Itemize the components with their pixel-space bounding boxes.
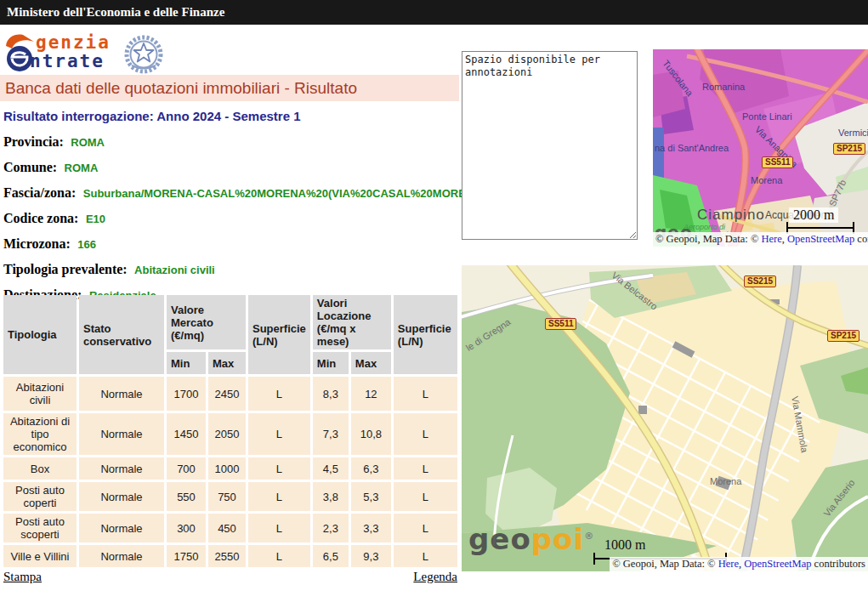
overview-scale-label: 2000 m [789, 207, 838, 223]
openstreetmap-link[interactable]: OpenStreetMap [744, 558, 811, 570]
detail-attribution: © Geopoi, Map Data: © Here, OpenStreetMa… [610, 557, 868, 571]
attribution-text: © Geopoi, Map Data: © [655, 233, 762, 245]
cell-superficie-1: L [248, 377, 310, 411]
cell-vm-min: 550 [167, 482, 206, 511]
cell-vl-max: 10,8 [351, 413, 391, 455]
col-header-valori-locazione: Valori Locazione (€/mq x mese) [313, 295, 391, 349]
table-row: Abitazioni di tipo economico Normale 145… [3, 413, 457, 455]
col-header-superficie-2: Superficie (L/N) [394, 295, 457, 374]
field-label: Fascia/zona: [3, 185, 76, 200]
map-label-morena-overview: Morena [751, 175, 782, 185]
cell-superficie-1: L [248, 482, 310, 511]
field-microzona: Microzona: 166 [3, 236, 458, 252]
cell-stato: Normale [79, 413, 164, 455]
cell-vl-max: 6,3 [351, 457, 391, 480]
cell-stato: Normale [79, 514, 164, 542]
field-label: Comune: [3, 160, 57, 174]
cell-vm-max: 2550 [208, 545, 246, 567]
road-badge-ss511-detail: SS511 [545, 318, 576, 330]
cell-stato: Normale [79, 377, 164, 411]
overview-zone-map[interactable]: Tuscolana Romanina Ponte Linari Via Anag… [653, 49, 868, 247]
field-codice-zona: Codice zona: E10 [3, 211, 458, 226]
agenzia-entrate-logo: genzia ntrate [5, 32, 167, 77]
cell-superficie-2: L [394, 514, 457, 542]
table-row: Box Normale 700 1000 L 4,5 6,3 L [3, 457, 457, 480]
field-label: Tipologia prevalente: [3, 262, 128, 276]
road-badge-ss215-detail: SS215 [744, 275, 776, 287]
field-label: Codice zona: [3, 211, 78, 225]
cell-vl-min: 6,5 [313, 545, 349, 567]
field-label: Provincia: [3, 134, 64, 149]
attribution-text: © Geopoi, Map Data: © [612, 558, 718, 570]
annotations-textarea[interactable]: Spazio disponibile per annotazioni [462, 51, 638, 240]
col-header-vl-max: Max [351, 352, 391, 374]
table-row: Ville e Villini Normale 1750 2550 L 6,5 … [3, 545, 457, 567]
field-comune: Comune: ROMA [3, 160, 458, 175]
result-summary: Risultato interrogazione: Anno 2024 - Se… [3, 109, 458, 313]
cell-superficie-2: L [394, 482, 457, 511]
footer-links: Stampa Legenda [3, 570, 457, 584]
table-row: Posti auto scoperti Normale 300 450 L 2,… [3, 514, 457, 542]
field-value: Abitazioni civili [131, 264, 215, 276]
cell-vl-max: 12 [351, 377, 391, 411]
overview-attribution: © Geopoi, Map Data: © Here, OpenStreetMa… [653, 232, 868, 247]
table-row: Posti auto coperti Normale 550 750 L 3,8… [3, 482, 457, 511]
italy-emblem-icon [124, 34, 163, 75]
here-link[interactable]: Here [762, 233, 782, 245]
map-label-sant-andrea: na di Sant'Andrea [655, 143, 729, 153]
cell-vm-max: 1000 [208, 457, 246, 480]
cell-superficie-1: L [248, 457, 310, 480]
ministry-bar: Ministero dell'Economia e delle Finanze [0, 0, 868, 25]
logo-text-entrate: ntrate [30, 51, 105, 71]
road-badge-sp215-detail: SP215 [827, 330, 859, 342]
cell-tipologia: Abitazioni civili [3, 377, 77, 411]
detail-street-map[interactable]: Via Belcastro le di Gregna Via Mammola V… [462, 265, 868, 571]
cell-stato: Normale [79, 457, 164, 480]
openstreetmap-link[interactable]: OpenStreetMap [787, 233, 854, 245]
stampa-link[interactable]: Stampa [3, 570, 42, 584]
cell-vl-max: 5,3 [351, 482, 391, 511]
table-row: Abitazioni civili Normale 1700 2450 L 8,… [3, 377, 457, 411]
cell-superficie-1: L [248, 514, 310, 542]
col-header-vl-min: Min [313, 352, 349, 374]
cell-vm-min: 700 [167, 457, 206, 480]
cell-tipologia: Ville e Villini [3, 545, 77, 567]
field-tipologia-prevalente: Tipologia prevalente: Abitazioni civili [3, 262, 458, 277]
page-title-bar: Banca dati delle quotazioni immobiliari … [0, 75, 459, 101]
map-label-ciampino: Ciampino [697, 207, 765, 224]
cell-vl-max: 9,3 [351, 545, 391, 567]
field-provincia: Provincia: ROMA [3, 134, 458, 150]
cell-tipologia: Posti auto coperti [3, 482, 77, 511]
field-value: ROMA [61, 162, 99, 174]
field-value: 166 [74, 238, 96, 251]
legenda-link[interactable]: Legenda [413, 570, 457, 584]
map-label-morena-detail: Morena [710, 476, 741, 486]
result-heading: Risultato interrogazione: Anno 2024 - Se… [3, 109, 458, 123]
col-header-tipologia: Tipologia [3, 295, 77, 374]
cell-superficie-2: L [394, 545, 457, 567]
cell-vm-max: 750 [208, 482, 246, 511]
ministry-title: Ministero dell'Economia e delle Finanze [7, 5, 224, 19]
attribution-text: contributors [854, 233, 868, 245]
attribution-text: contributors [811, 558, 865, 570]
cell-stato: Normale [79, 482, 164, 511]
cell-vl-max: 3,3 [351, 514, 391, 542]
cell-tipologia: Abitazioni di tipo economico [3, 413, 77, 455]
map-label-ponte-linari: Ponte Linari [742, 111, 792, 122]
cell-superficie-1: L [248, 413, 310, 455]
quotations-table: Tipologia Stato conservativo Valore Merc… [1, 292, 460, 570]
cell-vm-max: 2450 [208, 377, 246, 411]
here-link[interactable]: Here [718, 558, 739, 570]
cell-vl-min: 4,5 [313, 457, 349, 480]
cell-superficie-1: L [248, 545, 310, 567]
field-value: E10 [82, 213, 105, 225]
cell-vl-min: 2,3 [313, 514, 349, 542]
field-value: Suburbana/MORENA-CASAL%20MORENA%20(VIA%2… [80, 187, 485, 200]
page: Ministero dell'Economia e delle Finanze … [0, 0, 868, 602]
cell-superficie-2: L [394, 457, 457, 480]
geopoi-logo-reg: ® [584, 531, 594, 542]
road-badge-sp215-overview: SP215 [833, 143, 865, 155]
field-value: ROMA [67, 136, 105, 149]
map-label-romanina: Romanina [702, 82, 745, 92]
cell-vm-min: 300 [167, 514, 206, 542]
